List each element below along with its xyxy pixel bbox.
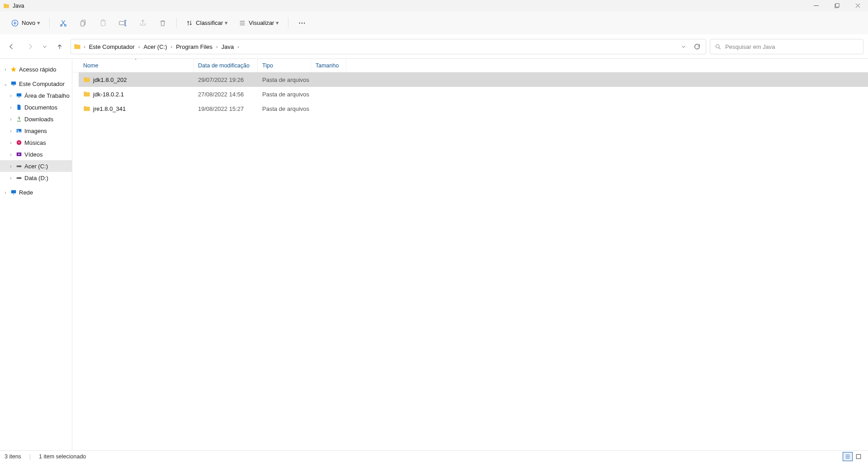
large-icons-view-button[interactable] bbox=[854, 452, 863, 461]
breadcrumb-segment[interactable]: Acer (C:) bbox=[143, 43, 168, 50]
file-type: Pasta de arquivos bbox=[258, 105, 311, 112]
sidebar-item-label: Vídeos bbox=[24, 151, 42, 158]
svg-point-13 bbox=[304, 22, 305, 23]
svg-rect-19 bbox=[17, 121, 21, 121]
table-row[interactable]: jdk1.8.0_20229/07/2022 19:26Pasta de arq… bbox=[79, 72, 868, 87]
back-button[interactable] bbox=[5, 39, 19, 54]
chevron-right-icon[interactable]: › bbox=[8, 117, 14, 122]
column-header-size[interactable]: Tamanho bbox=[311, 59, 346, 72]
sidebar-item[interactable]: ›Imagens bbox=[0, 125, 72, 137]
video-icon bbox=[15, 151, 23, 158]
folder-icon bbox=[83, 76, 90, 83]
share-button[interactable] bbox=[134, 15, 152, 31]
chevron-right-icon[interactable]: › bbox=[8, 140, 14, 145]
sidebar-item[interactable]: ›Área de Trabalho bbox=[0, 90, 72, 101]
sidebar-item[interactable]: ›Documentos bbox=[0, 101, 72, 113]
pic-icon bbox=[15, 127, 23, 134]
breadcrumb-segment[interactable]: Este Computador bbox=[88, 43, 136, 50]
new-button[interactable]: Novo ▾ bbox=[6, 15, 45, 31]
chevron-right-icon[interactable]: › bbox=[3, 67, 8, 72]
forward-button[interactable] bbox=[23, 39, 37, 54]
recent-locations-button[interactable] bbox=[41, 39, 49, 54]
monitor-icon bbox=[10, 80, 17, 87]
svg-rect-10 bbox=[119, 21, 125, 25]
column-header-label: Tamanho bbox=[316, 62, 339, 69]
chevron-right-icon[interactable]: › bbox=[83, 44, 86, 49]
column-header-date[interactable]: Data de modificação bbox=[193, 59, 258, 72]
svg-point-21 bbox=[18, 130, 19, 131]
svg-rect-15 bbox=[11, 81, 16, 85]
sort-ascending-icon: ˄ bbox=[135, 58, 137, 63]
sidebar-quick-access[interactable]: › Acesso rápido bbox=[0, 63, 72, 75]
search-input[interactable] bbox=[725, 43, 859, 50]
up-button[interactable] bbox=[52, 39, 67, 54]
chevron-right-icon[interactable]: › bbox=[236, 44, 240, 49]
folder-icon bbox=[74, 43, 81, 50]
monitor-icon bbox=[15, 92, 23, 99]
chevron-right-icon[interactable]: › bbox=[8, 105, 14, 110]
delete-button[interactable] bbox=[154, 15, 172, 31]
address-bar[interactable]: › Este Computador›Acer (C:)›Program File… bbox=[71, 39, 706, 54]
chevron-right-icon[interactable]: › bbox=[8, 176, 14, 181]
cut-button[interactable] bbox=[54, 15, 72, 31]
chevron-right-icon[interactable]: › bbox=[8, 93, 14, 98]
chevron-right-icon[interactable]: › bbox=[215, 44, 219, 49]
svg-rect-31 bbox=[856, 454, 860, 458]
svg-rect-27 bbox=[17, 177, 22, 179]
sidebar-this-pc[interactable]: ⌄ Este Computador bbox=[0, 78, 72, 90]
chevron-right-icon[interactable]: › bbox=[3, 190, 8, 195]
chevron-right-icon[interactable]: › bbox=[8, 152, 14, 157]
refresh-button[interactable] bbox=[691, 41, 703, 52]
breadcrumb-segment[interactable]: Java bbox=[221, 43, 235, 50]
sidebar-item[interactable]: ›Vídeos bbox=[0, 148, 72, 160]
svg-point-14 bbox=[716, 44, 720, 48]
details-view-button[interactable] bbox=[843, 452, 853, 461]
maximize-button[interactable] bbox=[826, 0, 847, 11]
sidebar-item-label: Data (D:) bbox=[24, 175, 48, 181]
toolbar: Novo ▾ Classificar ▾ Visualizar ▾ bbox=[0, 11, 868, 35]
chevron-right-icon[interactable]: › bbox=[8, 129, 14, 133]
breadcrumb-segment[interactable]: Program Files bbox=[175, 43, 213, 50]
close-button[interactable] bbox=[847, 0, 868, 11]
sidebar-item-label: Documentos bbox=[24, 104, 57, 111]
sidebar-item-label: Área de Trabalho bbox=[24, 92, 70, 99]
search-icon bbox=[715, 43, 722, 50]
sidebar-item-label: Este Computador bbox=[19, 81, 65, 87]
sidebar-item-label: Downloads bbox=[24, 116, 53, 123]
sort-button[interactable]: Classificar ▾ bbox=[181, 15, 232, 31]
status-item-count: 3 itens bbox=[5, 453, 21, 460]
sidebar-item-label: Acer (C:) bbox=[24, 163, 48, 170]
paste-button[interactable] bbox=[94, 15, 112, 31]
copy-button[interactable] bbox=[74, 15, 92, 31]
view-button[interactable]: Visualizar ▾ bbox=[234, 15, 283, 31]
svg-point-5 bbox=[65, 24, 66, 26]
body: › Acesso rápido ⌄ Este Computador ›Área … bbox=[0, 58, 868, 450]
chevron-right-icon[interactable]: › bbox=[8, 164, 14, 169]
column-header-name[interactable]: ˄ Nome bbox=[79, 59, 193, 72]
svg-rect-0 bbox=[814, 5, 819, 6]
table-row[interactable]: jre1.8.0_34119/08/2022 15:27Pasta de arq… bbox=[79, 101, 868, 116]
rename-button[interactable] bbox=[114, 15, 132, 31]
more-button[interactable] bbox=[293, 15, 311, 31]
sidebar-item[interactable]: ›Downloads bbox=[0, 113, 72, 125]
file-name: jdk1.8.0_202 bbox=[93, 76, 127, 83]
sidebar-network[interactable]: › Rede bbox=[0, 186, 72, 198]
svg-rect-29 bbox=[11, 190, 16, 193]
sidebar-item[interactable]: ›Acer (C:) bbox=[0, 160, 72, 172]
minimize-button[interactable] bbox=[806, 0, 826, 11]
address-history-button[interactable] bbox=[678, 41, 689, 52]
table-row[interactable]: jdk-18.0.2.127/08/2022 14:56Pasta de arq… bbox=[79, 87, 868, 101]
file-date: 29/07/2022 19:26 bbox=[193, 76, 258, 83]
column-header-type[interactable]: Tipo bbox=[258, 59, 311, 72]
chevron-down-icon: ▾ bbox=[276, 19, 279, 26]
file-name: jre1.8.0_341 bbox=[93, 105, 126, 112]
chevron-right-icon[interactable]: › bbox=[137, 44, 141, 49]
folder-icon bbox=[83, 105, 90, 112]
chevron-right-icon[interactable]: › bbox=[170, 44, 174, 49]
sidebar-item[interactable]: ›Músicas bbox=[0, 137, 72, 148]
sidebar-item-label: Rede bbox=[19, 189, 33, 196]
sidebar-item[interactable]: ›Data (D:) bbox=[0, 172, 72, 184]
search-box[interactable] bbox=[710, 39, 863, 54]
column-header-label: Nome bbox=[83, 62, 98, 69]
chevron-down-icon[interactable]: ⌄ bbox=[3, 81, 8, 86]
